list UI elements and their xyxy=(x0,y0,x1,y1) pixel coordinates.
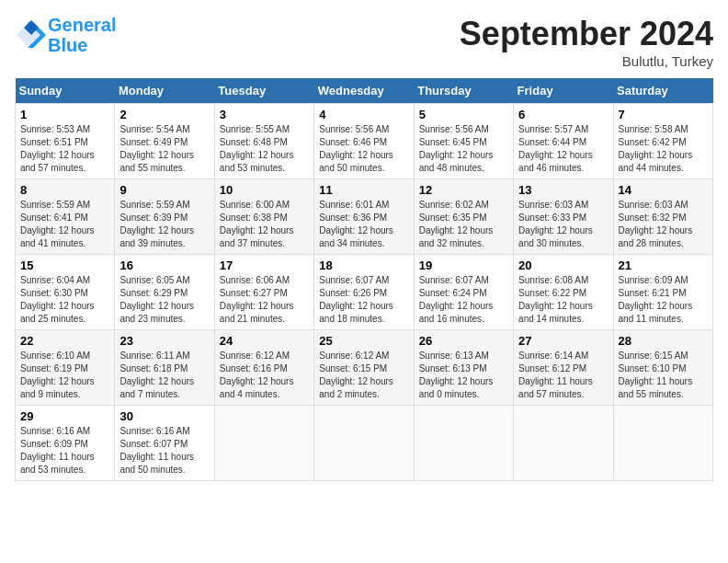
col-thursday: Thursday xyxy=(414,78,513,104)
day-number: 17 xyxy=(220,259,309,272)
logo: GeneralBlue xyxy=(15,15,116,55)
table-row: 27 Sunrise: 6:14 AM Sunset: 6:12 PM Dayl… xyxy=(514,330,613,406)
day-number: 24 xyxy=(220,334,309,348)
day-number: 22 xyxy=(20,334,109,348)
table-row: 24 Sunrise: 6:12 AM Sunset: 6:16 PM Dayl… xyxy=(214,330,313,406)
day-info: Sunrise: 6:04 AM Sunset: 6:30 PM Dayligh… xyxy=(20,274,109,326)
day-info: Sunrise: 5:53 AM Sunset: 6:51 PM Dayligh… xyxy=(20,123,109,175)
day-info: Sunrise: 6:00 AM Sunset: 6:38 PM Dayligh… xyxy=(220,199,309,250)
table-row: 30 Sunrise: 6:16 AM Sunset: 6:07 PM Dayl… xyxy=(115,406,214,481)
location: Bulutlu, Turkey xyxy=(460,53,713,69)
day-info: Sunrise: 6:07 AM Sunset: 6:24 PM Dayligh… xyxy=(419,274,508,326)
table-row: 20 Sunrise: 6:08 AM Sunset: 6:22 PM Dayl… xyxy=(514,255,613,330)
table-row xyxy=(314,406,414,481)
day-info: Sunrise: 5:56 AM Sunset: 6:46 PM Dayligh… xyxy=(319,123,408,175)
day-info: Sunrise: 5:57 AM Sunset: 6:44 PM Dayligh… xyxy=(518,123,608,175)
day-info: Sunrise: 6:03 AM Sunset: 6:32 PM Dayligh… xyxy=(619,199,708,250)
table-row: 10 Sunrise: 6:00 AM Sunset: 6:38 PM Dayl… xyxy=(214,179,313,255)
calendar-week-row: 22 Sunrise: 6:10 AM Sunset: 6:19 PM Dayl… xyxy=(16,330,713,406)
table-row xyxy=(414,406,513,481)
day-number: 21 xyxy=(619,259,708,272)
day-info: Sunrise: 6:12 AM Sunset: 6:15 PM Dayligh… xyxy=(319,350,408,401)
day-number: 18 xyxy=(319,259,408,272)
day-info: Sunrise: 5:59 AM Sunset: 6:41 PM Dayligh… xyxy=(20,199,109,250)
day-number: 9 xyxy=(119,183,209,197)
day-number: 1 xyxy=(20,108,109,121)
logo-icon xyxy=(15,18,48,52)
table-row: 29 Sunrise: 6:16 AM Sunset: 6:09 PM Dayl… xyxy=(16,406,115,481)
table-row: 6 Sunrise: 5:57 AM Sunset: 6:44 PM Dayli… xyxy=(514,104,613,179)
day-info: Sunrise: 5:55 AM Sunset: 6:48 PM Dayligh… xyxy=(220,123,309,175)
table-row: 17 Sunrise: 6:06 AM Sunset: 6:27 PM Dayl… xyxy=(214,255,313,330)
col-tuesday: Tuesday xyxy=(214,78,313,104)
table-row: 1 Sunrise: 5:53 AM Sunset: 6:51 PM Dayli… xyxy=(16,104,115,179)
calendar-week-row: 8 Sunrise: 5:59 AM Sunset: 6:41 PM Dayli… xyxy=(16,179,713,255)
day-info: Sunrise: 6:09 AM Sunset: 6:21 PM Dayligh… xyxy=(619,274,708,326)
table-row: 5 Sunrise: 5:56 AM Sunset: 6:45 PM Dayli… xyxy=(414,104,513,179)
day-number: 26 xyxy=(419,334,508,348)
month-title: September 2024 xyxy=(460,15,713,53)
day-info: Sunrise: 6:07 AM Sunset: 6:26 PM Dayligh… xyxy=(319,274,408,326)
col-friday: Friday xyxy=(514,78,613,104)
table-row: 12 Sunrise: 6:02 AM Sunset: 6:35 PM Dayl… xyxy=(414,179,513,255)
col-monday: Monday xyxy=(115,78,214,104)
day-info: Sunrise: 6:15 AM Sunset: 6:10 PM Dayligh… xyxy=(619,350,708,401)
table-row: 13 Sunrise: 6:03 AM Sunset: 6:33 PM Dayl… xyxy=(514,179,613,255)
day-info: Sunrise: 6:16 AM Sunset: 6:09 PM Dayligh… xyxy=(20,425,109,477)
day-number: 12 xyxy=(419,183,508,197)
day-info: Sunrise: 6:14 AM Sunset: 6:12 PM Dayligh… xyxy=(518,350,608,401)
day-number: 28 xyxy=(619,334,708,348)
table-row: 11 Sunrise: 6:01 AM Sunset: 6:36 PM Dayl… xyxy=(314,179,414,255)
table-row: 2 Sunrise: 5:54 AM Sunset: 6:49 PM Dayli… xyxy=(115,104,214,179)
calendar-week-row: 29 Sunrise: 6:16 AM Sunset: 6:09 PM Dayl… xyxy=(16,406,713,481)
table-row: 25 Sunrise: 6:12 AM Sunset: 6:15 PM Dayl… xyxy=(314,330,414,406)
page-header: GeneralBlue September 2024 Bulutlu, Turk… xyxy=(15,15,713,69)
day-info: Sunrise: 6:06 AM Sunset: 6:27 PM Dayligh… xyxy=(220,274,309,326)
day-info: Sunrise: 5:54 AM Sunset: 6:49 PM Dayligh… xyxy=(119,123,209,175)
table-row: 23 Sunrise: 6:11 AM Sunset: 6:18 PM Dayl… xyxy=(115,330,214,406)
day-number: 10 xyxy=(220,183,309,197)
table-row: 4 Sunrise: 5:56 AM Sunset: 6:46 PM Dayli… xyxy=(314,104,414,179)
day-number: 20 xyxy=(518,259,608,272)
day-info: Sunrise: 5:58 AM Sunset: 6:42 PM Dayligh… xyxy=(619,123,708,175)
day-info: Sunrise: 5:59 AM Sunset: 6:39 PM Dayligh… xyxy=(119,199,209,250)
day-number: 4 xyxy=(319,108,408,121)
day-number: 11 xyxy=(319,183,408,197)
table-row: 28 Sunrise: 6:15 AM Sunset: 6:10 PM Dayl… xyxy=(613,330,712,406)
day-info: Sunrise: 6:10 AM Sunset: 6:19 PM Dayligh… xyxy=(20,350,109,401)
table-row xyxy=(613,406,712,481)
table-row: 26 Sunrise: 6:13 AM Sunset: 6:13 PM Dayl… xyxy=(414,330,513,406)
table-row: 7 Sunrise: 5:58 AM Sunset: 6:42 PM Dayli… xyxy=(613,104,712,179)
col-wednesday: Wednesday xyxy=(314,78,414,104)
table-row xyxy=(214,406,313,481)
table-row xyxy=(514,406,613,481)
calendar-table: Sunday Monday Tuesday Wednesday Thursday… xyxy=(15,78,713,481)
day-info: Sunrise: 6:01 AM Sunset: 6:36 PM Dayligh… xyxy=(319,199,408,250)
day-info: Sunrise: 6:05 AM Sunset: 6:29 PM Dayligh… xyxy=(119,274,209,326)
table-row: 14 Sunrise: 6:03 AM Sunset: 6:32 PM Dayl… xyxy=(613,179,712,255)
day-info: Sunrise: 6:08 AM Sunset: 6:22 PM Dayligh… xyxy=(518,274,608,326)
day-info: Sunrise: 6:16 AM Sunset: 6:07 PM Dayligh… xyxy=(119,425,209,477)
col-saturday: Saturday xyxy=(613,78,712,104)
day-number: 14 xyxy=(619,183,708,197)
calendar-week-row: 1 Sunrise: 5:53 AM Sunset: 6:51 PM Dayli… xyxy=(16,104,713,179)
day-info: Sunrise: 6:12 AM Sunset: 6:16 PM Dayligh… xyxy=(220,350,309,401)
table-row: 21 Sunrise: 6:09 AM Sunset: 6:21 PM Dayl… xyxy=(613,255,712,330)
day-info: Sunrise: 5:56 AM Sunset: 6:45 PM Dayligh… xyxy=(419,123,508,175)
day-number: 29 xyxy=(20,409,109,423)
table-row: 18 Sunrise: 6:07 AM Sunset: 6:26 PM Dayl… xyxy=(314,255,414,330)
table-row: 3 Sunrise: 5:55 AM Sunset: 6:48 PM Dayli… xyxy=(214,104,313,179)
logo-text: GeneralBlue xyxy=(48,15,116,55)
calendar-header-row: Sunday Monday Tuesday Wednesday Thursday… xyxy=(16,78,713,104)
day-number: 2 xyxy=(119,108,209,121)
table-row: 19 Sunrise: 6:07 AM Sunset: 6:24 PM Dayl… xyxy=(414,255,513,330)
calendar-week-row: 15 Sunrise: 6:04 AM Sunset: 6:30 PM Dayl… xyxy=(16,255,713,330)
day-number: 19 xyxy=(419,259,508,272)
day-number: 27 xyxy=(518,334,608,348)
day-number: 3 xyxy=(220,108,309,121)
day-info: Sunrise: 6:02 AM Sunset: 6:35 PM Dayligh… xyxy=(419,199,508,250)
day-number: 5 xyxy=(419,108,508,121)
col-sunday: Sunday xyxy=(16,78,115,104)
table-row: 15 Sunrise: 6:04 AM Sunset: 6:30 PM Dayl… xyxy=(16,255,115,330)
title-section: September 2024 Bulutlu, Turkey xyxy=(460,15,713,69)
